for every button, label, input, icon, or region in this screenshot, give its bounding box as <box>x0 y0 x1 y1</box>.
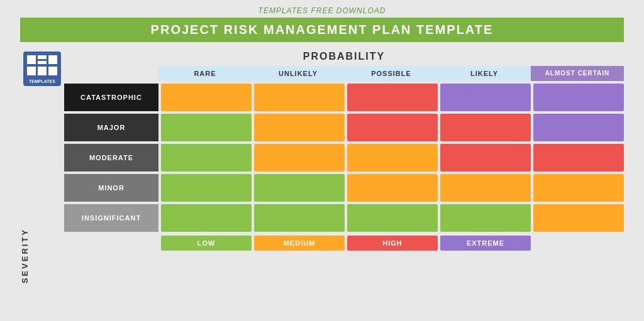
table-row: INSIGNIFICANT <box>64 204 624 232</box>
svg-rect-7 <box>48 67 57 75</box>
risk-cell <box>347 114 438 141</box>
risk-cell <box>533 114 624 141</box>
severity-insignificant: INSIGNIFICANT <box>64 204 158 232</box>
table-row: MODERATE <box>64 144 624 171</box>
svg-rect-3 <box>38 61 47 64</box>
risk-cell <box>533 174 624 202</box>
risk-cell <box>254 114 345 141</box>
risk-cell <box>254 174 345 202</box>
severity-moderate: MODERATE <box>64 144 158 171</box>
risk-cell <box>254 144 345 171</box>
title-bar: PROJECT RISK MANAGEMENT PLAN TEMPLATE <box>20 18 624 42</box>
risk-cell <box>254 204 345 232</box>
risk-cell <box>161 84 252 111</box>
table-row: MAJOR <box>64 114 624 141</box>
risk-cell <box>440 174 531 202</box>
svg-rect-4 <box>48 55 57 64</box>
svg-rect-6 <box>38 67 47 75</box>
col-header-almost-certain: ALMOST CERTAIN <box>531 66 624 81</box>
risk-cell <box>347 174 438 202</box>
risk-cell <box>440 144 531 171</box>
risk-cell <box>161 174 252 202</box>
col-header-rare: RARE <box>158 66 252 81</box>
severity-label: SEVERITY <box>20 228 30 283</box>
severity-major: MAJOR <box>64 114 158 141</box>
col-header-unlikely: UNLIKELY <box>252 66 345 81</box>
risk-cell <box>161 114 252 141</box>
svg-rect-1 <box>27 55 36 64</box>
legend-row: LOW MEDIUM HIGH EXTREME <box>64 236 624 251</box>
legend-low: LOW <box>161 236 252 251</box>
risk-cell <box>533 144 624 171</box>
risk-cell <box>440 84 531 111</box>
risk-cell <box>347 144 438 171</box>
risk-cell <box>440 114 531 141</box>
legend-extreme: EXTREME <box>440 236 531 251</box>
table-row: MINOR <box>64 174 624 202</box>
svg-text:TEMPLATES: TEMPLATES <box>29 79 55 84</box>
risk-cell <box>161 204 252 232</box>
probability-header: PROBABILITY <box>64 51 624 62</box>
risk-cell <box>440 204 531 232</box>
svg-rect-5 <box>27 67 36 75</box>
risk-cell <box>533 84 624 111</box>
col-header-possible: POSSIBLE <box>345 66 438 81</box>
risk-cell <box>347 84 438 111</box>
table-row: CATASTROPHIC <box>64 84 624 111</box>
title: PROJECT RISK MANAGEMENT PLAN TEMPLATE <box>151 23 494 36</box>
logo: TEMPLATES <box>23 52 61 86</box>
svg-rect-2 <box>38 55 47 59</box>
top-label: TEMPLATES FREE DOWNLOAD <box>258 6 386 15</box>
col-header-likely: LIKELY <box>438 66 531 81</box>
legend-high: HIGH <box>347 236 438 251</box>
risk-cell <box>347 204 438 232</box>
risk-cell <box>533 204 624 232</box>
risk-matrix: CATASTROPHIC MAJOR MODERATE <box>64 84 624 232</box>
severity-minor: MINOR <box>64 174 158 202</box>
legend-empty <box>533 236 624 251</box>
risk-cell <box>161 144 252 171</box>
legend-medium: MEDIUM <box>254 236 345 251</box>
severity-catastrophic: CATASTROPHIC <box>64 84 158 111</box>
risk-cell <box>254 84 345 111</box>
